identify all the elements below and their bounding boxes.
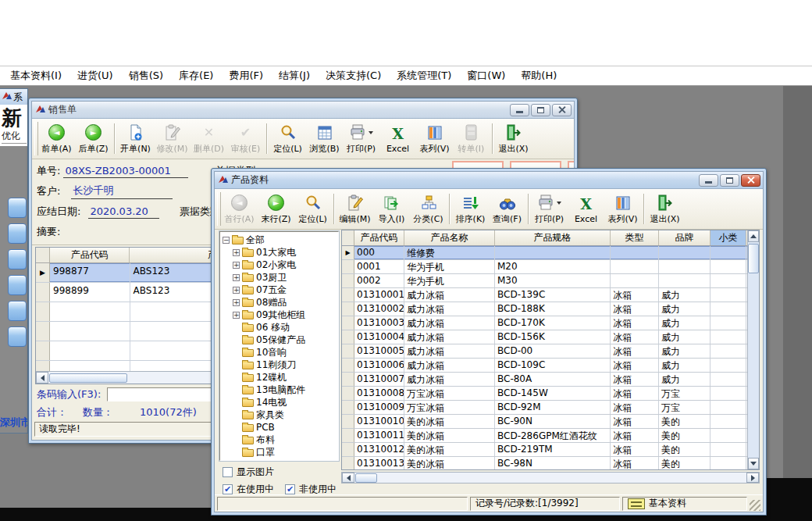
close-button[interactable] (741, 174, 760, 187)
edit-button[interactable]: 编辑(M) (337, 191, 373, 227)
in-use-checkbox[interactable]: ✔ (223, 484, 233, 494)
tree-item[interactable]: 12碟机 (222, 371, 338, 384)
tree-item[interactable]: +02小家电 (222, 259, 338, 271)
column-header[interactable]: 产品代码 (50, 248, 130, 262)
column-header[interactable]: 产品代码 (354, 230, 404, 245)
not-in-use-filter[interactable]: ✔ 非使用中 (285, 483, 337, 496)
scrollbar-thumb[interactable] (355, 473, 377, 483)
menu-item-inventory[interactable]: 库存(E) (179, 69, 213, 83)
tree-item[interactable]: PCB (222, 421, 338, 434)
maximize-button[interactable] (720, 174, 739, 187)
tree-item[interactable]: 06 移动 (222, 321, 338, 334)
menu-item-system-management[interactable]: 系统管理(T) (397, 69, 451, 83)
tree-item[interactable]: 05保健产品 (222, 334, 338, 346)
nav-button[interactable] (8, 275, 27, 295)
menu-item-decision-support[interactable]: 决策支持(C) (326, 69, 381, 83)
tree-item[interactable]: −全部 (222, 234, 338, 246)
scrollbar-thumb[interactable] (748, 244, 759, 273)
scroll-left-button[interactable] (342, 473, 354, 483)
table-row[interactable]: 01310005威力冰箱BCD-00冰箱威力 (342, 344, 759, 359)
nav-button[interactable] (8, 223, 27, 244)
in-use-filter[interactable]: ✔ 在使用中 (223, 483, 274, 496)
tree-expand-toggle[interactable]: + (233, 287, 240, 294)
column-header[interactable]: 类型 (611, 230, 659, 245)
table-row[interactable]: 01310013美的冰箱BC-98N冰箱美的 (342, 457, 759, 469)
exit-button[interactable]: 退出(X) (495, 120, 532, 157)
maximize-button[interactable] (531, 104, 550, 116)
import-button[interactable]: 导入(I) (373, 191, 410, 227)
new-bill-button[interactable]: 开单(N) (117, 120, 154, 157)
scroll-right-button[interactable] (746, 473, 759, 483)
menu-item-basic-data[interactable]: 基本资料(I) (10, 69, 62, 83)
tree-item[interactable]: +07五金 (222, 284, 338, 296)
tree-item[interactable]: 11剃须刀 (222, 359, 338, 371)
close-button[interactable] (552, 104, 572, 116)
resize-grip[interactable] (750, 500, 760, 511)
column-header[interactable]: 产品规格 (495, 230, 611, 245)
show-image-checkbox[interactable] (223, 467, 233, 477)
menu-item-window[interactable]: 窗口(W) (467, 69, 505, 83)
nav-button[interactable] (8, 301, 27, 321)
table-row[interactable]: 0001华为手机M20 (342, 260, 759, 274)
query-button[interactable]: 查询(F) (489, 191, 525, 227)
tree-expand-toggle[interactable]: + (233, 274, 240, 281)
minimize-button[interactable] (510, 104, 529, 116)
menu-item-help[interactable]: 帮助(H) (521, 69, 557, 83)
table-row[interactable]: 01310007威力冰箱BC-80A冰箱威力 (342, 373, 759, 387)
tree-item[interactable]: +03厨卫 (222, 271, 338, 284)
tree-expand-toggle[interactable]: − (223, 237, 230, 244)
table-row[interactable]: ▶000维修费 (342, 246, 759, 260)
tree-item[interactable]: +01大家电 (222, 246, 338, 259)
not-in-use-checkbox[interactable]: ✔ (285, 484, 295, 494)
menu-item-settlement[interactable]: 结算(J) (279, 69, 310, 83)
tree-expand-toggle[interactable]: + (233, 312, 240, 319)
tree-item[interactable]: 13电脑配件 (222, 384, 338, 396)
column-header[interactable]: 小类 (710, 230, 746, 245)
table-row[interactable]: 01310002威力冰箱BCD-188K冰箱威力 (342, 302, 759, 316)
scrollbar-thumb[interactable] (49, 373, 127, 383)
menu-item-purchase[interactable]: 进货(U) (77, 69, 113, 83)
background-window-titlebar[interactable]: 系 (0, 89, 27, 105)
browse-button[interactable]: 浏览(B) (306, 120, 343, 157)
minimize-button[interactable] (699, 174, 718, 187)
print-button[interactable]: 打印(P) (531, 191, 568, 227)
classify-button[interactable]: 分类(C) (410, 191, 447, 227)
sales-window-titlebar[interactable]: 销售单 (32, 102, 574, 119)
table-row[interactable]: 01310011美的冰箱BCD-286GPM红酒花纹冰箱美的 (342, 429, 759, 443)
dropdown-caret-icon[interactable] (369, 131, 373, 134)
table-row[interactable]: 01310003威力冰箱BCD-170K冰箱威力 (342, 316, 759, 330)
table-row[interactable]: 01310012美的冰箱BCD-219TM冰箱美的 (342, 443, 759, 457)
tree-item[interactable]: 14电视 (222, 396, 338, 409)
tree-item[interactable]: 口罩 (222, 446, 338, 459)
excel-export-button[interactable]: XExcel (568, 191, 604, 227)
print-button[interactable]: 打印(P) (343, 120, 379, 157)
scroll-up-button[interactable] (748, 230, 759, 242)
tree-expand-toggle[interactable]: + (233, 262, 240, 269)
show-image-filter[interactable]: 显示图片 (223, 466, 274, 479)
table-row[interactable]: 01310006威力冰箱BCD-109C冰箱威力 (342, 359, 759, 373)
tree-item[interactable]: +09其他柜组 (222, 309, 338, 321)
column-header[interactable]: 产品名称 (404, 230, 495, 245)
next-bill-button[interactable]: ►后单(Z) (75, 120, 112, 157)
column-list-button[interactable]: 表列(V) (604, 191, 641, 227)
table-row[interactable]: 01310009万宝冰箱BCD-92M冰箱万宝 (342, 401, 759, 415)
locate-button[interactable]: 定位(L) (294, 191, 331, 227)
menu-item-expense[interactable]: 费用(F) (229, 69, 263, 83)
table-row[interactable]: 01310004威力冰箱BCD-156K冰箱威力 (342, 330, 759, 344)
nav-button[interactable] (8, 249, 27, 269)
prev-bill-button[interactable]: ◄前单(A) (38, 120, 75, 157)
locate-button[interactable]: 定位(L) (269, 120, 306, 157)
nav-button[interactable] (8, 198, 27, 218)
column-header[interactable]: 品牌 (659, 230, 710, 245)
table-row[interactable]: 01310008万宝冰箱BCD-145W冰箱万宝 (342, 387, 759, 401)
table-row[interactable]: 0002华为手机M30 (342, 274, 759, 288)
menu-item-sales[interactable]: 销售(S) (129, 69, 163, 83)
table-row[interactable]: 01310010美的冰箱BC-90N冰箱美的 (342, 415, 759, 429)
tree-item[interactable]: +08赠品 (222, 296, 338, 309)
nav-button[interactable] (8, 327, 27, 347)
sort-button[interactable]: 排序(K) (452, 191, 489, 227)
product-window-titlebar[interactable]: 产品资料 (215, 172, 763, 189)
last-row-button[interactable]: ►末行(Z) (258, 191, 294, 227)
exit-button[interactable]: 退出(X) (646, 191, 683, 227)
tree-item[interactable]: 家具类 (222, 409, 338, 421)
